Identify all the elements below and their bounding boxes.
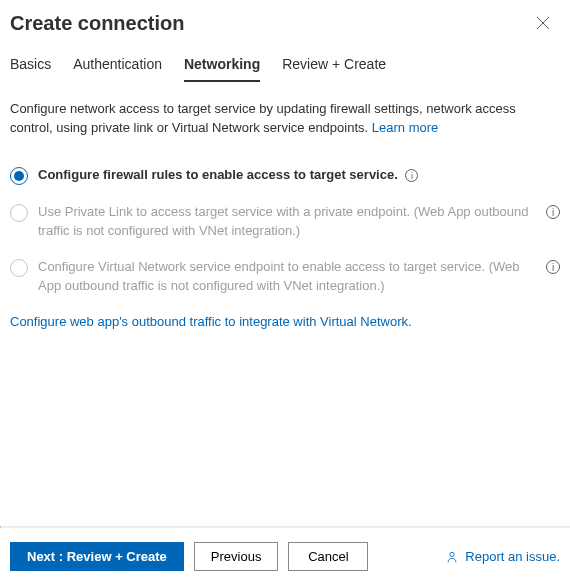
option-vnet-endpoint-label: Configure Virtual Network service endpoi…: [38, 258, 534, 296]
report-issue-link[interactable]: Report an issue.: [445, 549, 560, 564]
info-icon[interactable]: i: [546, 260, 560, 274]
radio-private-link: [10, 204, 28, 222]
next-button[interactable]: Next : Review + Create: [10, 542, 184, 571]
previous-button[interactable]: Previous: [194, 542, 279, 571]
option-vnet-endpoint: Configure Virtual Network service endpoi…: [10, 258, 560, 296]
content-area: Configure network access to target servi…: [0, 82, 570, 526]
option-firewall-text: Configure firewall rules to enable acces…: [38, 167, 398, 182]
tab-review-create[interactable]: Review + Create: [282, 56, 386, 82]
tab-networking[interactable]: Networking: [184, 56, 260, 82]
footer: Next : Review + Create Previous Cancel R…: [0, 528, 570, 585]
tab-basics[interactable]: Basics: [10, 56, 51, 82]
network-options: Configure firewall rules to enable acces…: [10, 166, 560, 296]
close-icon: [536, 16, 550, 30]
option-private-link-label: Use Private Link to access target servic…: [38, 203, 534, 241]
close-button[interactable]: [532, 12, 554, 36]
cancel-button[interactable]: Cancel: [288, 542, 368, 571]
description-body: Configure network access to target servi…: [10, 101, 516, 135]
info-icon[interactable]: i: [405, 169, 418, 182]
tabs: Basics Authentication Networking Review …: [0, 44, 570, 82]
page-title: Create connection: [10, 12, 184, 35]
option-firewall[interactable]: Configure firewall rules to enable acces…: [10, 166, 560, 185]
configure-outbound-link[interactable]: Configure web app's outbound traffic to …: [10, 314, 560, 329]
description-text: Configure network access to target servi…: [10, 100, 560, 138]
info-icon[interactable]: i: [546, 205, 560, 219]
radio-firewall[interactable]: [10, 167, 28, 185]
report-issue-text: Report an issue.: [465, 549, 560, 564]
learn-more-link[interactable]: Learn more: [372, 120, 438, 135]
radio-vnet-endpoint: [10, 259, 28, 277]
option-firewall-label: Configure firewall rules to enable acces…: [38, 166, 418, 185]
option-private-link: Use Private Link to access target servic…: [10, 203, 560, 241]
person-icon: [445, 550, 459, 564]
tab-authentication[interactable]: Authentication: [73, 56, 162, 82]
svg-point-0: [450, 552, 454, 556]
